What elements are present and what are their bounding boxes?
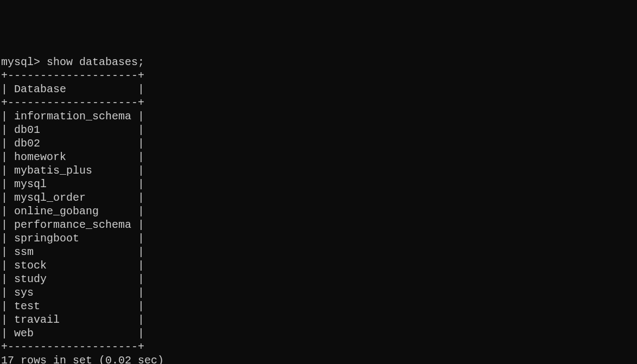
table-border-top: +--------------------+ — [1, 69, 144, 82]
table-border-bottom: +--------------------+ — [1, 341, 144, 353]
table-body: | information_schema | | db01 | | db02 |… — [1, 110, 144, 340]
mysql-terminal[interactable]: mysql> show databases; +----------------… — [0, 54, 637, 364]
table-header-row: | Database | — [1, 83, 144, 95]
command-show-databases: show databases; — [47, 56, 144, 68]
result-summary: 17 rows in set (0.02 sec) — [1, 354, 164, 364]
prompt: mysql> — [1, 56, 40, 68]
table-border-mid: +--------------------+ — [1, 97, 144, 109]
